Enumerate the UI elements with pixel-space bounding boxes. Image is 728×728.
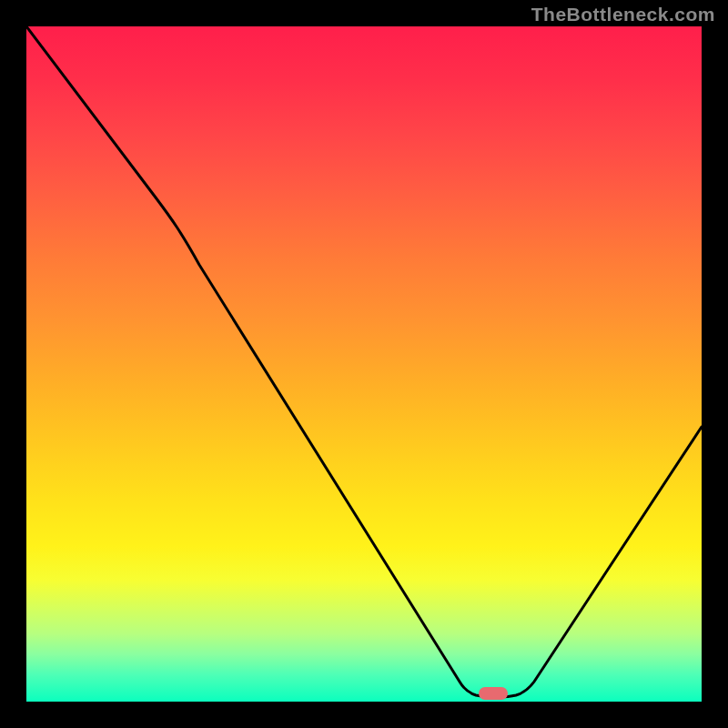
optimal-point-marker bbox=[479, 687, 508, 700]
bottleneck-curve bbox=[26, 26, 702, 702]
chart-frame: TheBottleneck.com bbox=[0, 0, 728, 728]
plot-area bbox=[26, 26, 702, 702]
curve-path bbox=[26, 26, 702, 697]
watermark-text: TheBottleneck.com bbox=[531, 4, 715, 25]
